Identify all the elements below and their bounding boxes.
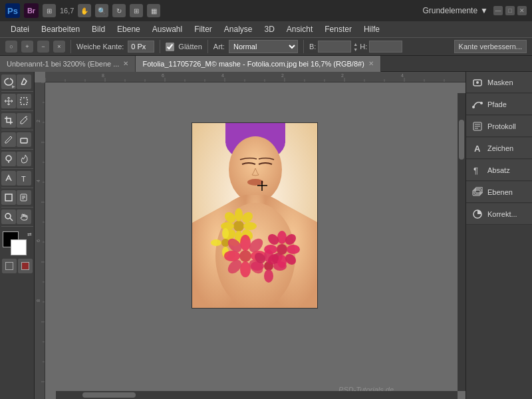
titlebar: Ps Br ⊞ 16,7 ✋ 🔍 ↻ ⊞ ▦ Grundelemente ▼ —… (0, 0, 532, 21)
kante-verbessern-button[interactable]: Kante verbessern... (454, 40, 527, 53)
svg-point-65 (247, 179, 263, 186)
menu-datei[interactable]: Datei (5, 23, 35, 35)
svg-rect-0 (21, 98, 27, 104)
rotate-icon[interactable]: ↻ (112, 4, 126, 17)
selection-row: ▶ (1, 74, 33, 89)
panel-pfade-label: Pfade (487, 100, 507, 108)
shape-tool[interactable] (1, 190, 16, 205)
panel-pfade[interactable]: Pfade (466, 94, 532, 115)
menu-3d[interactable]: 3D (259, 23, 280, 35)
svg-text:¶: ¶ (473, 166, 478, 176)
lasso-new-selection[interactable]: ○ (5, 41, 17, 53)
grid-icon[interactable]: ⊞ (130, 4, 143, 17)
select-tool[interactable] (17, 94, 31, 108)
shape-row (1, 190, 33, 205)
panel-zeichen-label: Zeichen (487, 144, 513, 152)
svg-text:A: A (474, 144, 481, 154)
h-input[interactable] (369, 41, 402, 53)
close-button[interactable]: ✕ (517, 6, 527, 15)
lasso-tool[interactable]: ▶ (1, 74, 16, 89)
menu-ansicht[interactable]: Ansicht (281, 23, 318, 35)
notes-tool[interactable] (17, 190, 31, 205)
panel-ebenen[interactable]: Ebenen (466, 182, 532, 203)
brush-tool[interactable] (1, 132, 16, 147)
weiche-kante-label: Weiche Kante: (76, 43, 124, 51)
crop-tool-group (1, 113, 33, 130)
zoom-tool[interactable] (1, 209, 16, 224)
h-scroll-thumb[interactable] (82, 392, 136, 398)
text-tool[interactable]: T (17, 171, 31, 186)
tab-close-unbenannt[interactable]: ✕ (123, 60, 128, 67)
pfade-icon (471, 98, 483, 110)
glatten-checkbox[interactable] (166, 43, 174, 51)
zoom-title-icon[interactable]: 🔍 (95, 4, 108, 17)
lasso-intersect-selection[interactable]: × (53, 41, 65, 53)
pen-tool[interactable] (1, 171, 16, 186)
lasso-add-selection[interactable]: + (21, 41, 33, 53)
ps-logo-icon: Ps (5, 3, 20, 18)
tab-unbenannt[interactable]: Unbenannt-1 bei 3200% (Ebene ... ✕ (0, 56, 136, 72)
eyedropper-tool[interactable] (17, 113, 31, 128)
maximize-button[interactable]: □ (505, 6, 515, 15)
ruler-top: 8 6 4 2 2 4 (45, 72, 466, 82)
menu-auswahl[interactable]: Auswahl (147, 23, 188, 35)
minimize-button[interactable]: — (493, 6, 503, 15)
crop-tool[interactable] (1, 113, 16, 128)
menu-bearbeiten[interactable]: Bearbeiten (36, 23, 85, 35)
art-select[interactable]: Normal Kante erkennen (229, 40, 298, 53)
svg-text:2: 2 (341, 73, 344, 78)
canvas-area[interactable]: PSD-Tutorials.de (45, 82, 466, 399)
burn-tool[interactable] (17, 152, 31, 166)
standard-mode-button[interactable] (2, 259, 17, 273)
svg-point-100 (277, 255, 287, 268)
hand-tool[interactable] (17, 209, 31, 224)
quick-mask-group (2, 259, 33, 273)
masken-icon (471, 76, 483, 88)
quick-mask-button[interactable] (18, 259, 33, 273)
weiche-kante-input[interactable] (128, 41, 154, 53)
vertical-scrollbar[interactable] (458, 93, 466, 391)
panel-zeichen[interactable]: A Zeichen (466, 138, 532, 159)
tab-label-fotolia: Fotolia_11705726_M© mashe - Fotolia.com.… (142, 60, 364, 68)
move-row (1, 94, 33, 108)
art-label: Art: (213, 43, 225, 51)
pen-row: T (1, 171, 33, 186)
h-label: H: (360, 43, 367, 51)
svg-point-111 (472, 106, 475, 108)
svg-text:4: 4 (221, 73, 224, 78)
tab-close-fotolia[interactable]: ✕ (368, 60, 374, 67)
dodge-tool[interactable] (1, 152, 16, 166)
photo-image (192, 122, 318, 309)
zoom-value[interactable]: 16,7 (60, 7, 74, 15)
arrange-icon[interactable]: ⊞ (43, 4, 56, 17)
color-selector: ⇄ (3, 231, 32, 255)
panel-protokoll[interactable]: Protokoll (466, 116, 532, 137)
eraser-tool[interactable] (17, 132, 31, 147)
tab-fotolia[interactable]: Fotolia_11705726_M© mashe - Fotolia.com.… (136, 56, 380, 72)
horizontal-scrollbar[interactable] (56, 391, 458, 399)
b-input[interactable] (318, 41, 351, 53)
panel-absatz[interactable]: ¶ Absatz (466, 160, 532, 181)
v-scroll-thumb[interactable] (459, 120, 464, 160)
background-color[interactable] (11, 239, 27, 255)
menu-hilfe[interactable]: Hilfe (358, 23, 385, 35)
panel-masken[interactable]: Masken (466, 72, 532, 93)
menu-filter[interactable]: Filter (189, 23, 217, 35)
lasso-subtract-selection[interactable]: − (37, 41, 49, 53)
workspace-label: Grundelemente ▼ (422, 6, 488, 15)
swap-colors-icon[interactable]: ⇄ (27, 231, 32, 237)
korrekt-icon (471, 208, 483, 220)
hand-title-icon[interactable]: ✋ (78, 4, 91, 17)
menu-analyse[interactable]: Analyse (219, 23, 258, 35)
menu-ebene[interactable]: Ebene (112, 23, 146, 35)
panel-ebenen-label: Ebenen (487, 188, 513, 196)
move-tool[interactable] (1, 94, 16, 108)
view-icon[interactable]: ▦ (147, 4, 160, 17)
svg-point-80 (211, 239, 221, 246)
b-arrows[interactable]: ▲▼ (353, 42, 358, 52)
menu-fenster[interactable]: Fenster (319, 23, 357, 35)
polygonal-lasso-tool[interactable] (17, 74, 31, 89)
panel-korrekt[interactable]: Korrekt... (466, 203, 532, 225)
menu-bild[interactable]: Bild (86, 23, 110, 35)
svg-point-102 (287, 245, 300, 254)
